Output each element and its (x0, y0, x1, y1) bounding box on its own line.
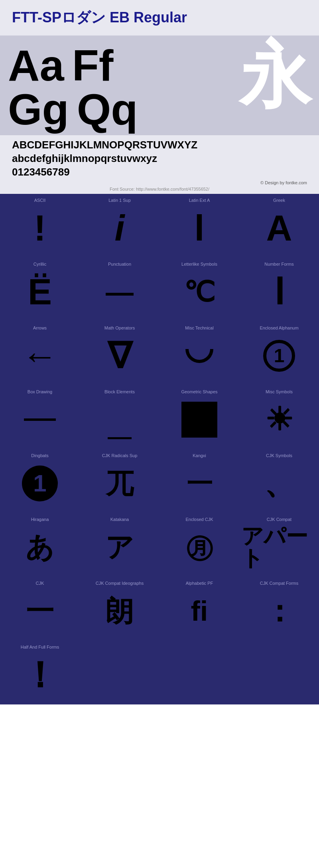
glyph-char-cyrillic: Ё (28, 268, 52, 316)
glyph-char-halffull: ！ (22, 651, 58, 698)
glyph-char-latinexta: l (194, 205, 204, 252)
glyph-char-cjkcompat: アパート (241, 524, 317, 571)
glyph-cell-miscsym: Misc Symbols ☀ (239, 385, 319, 449)
glyph-cell-numberforms: Number Forms Ⅰ (239, 258, 319, 322)
glyph-cell-cjk: CJK 一 (0, 577, 80, 641)
glyph-cell-cjkcompatideo: CJK Compat Ideographs 朗 (80, 577, 160, 641)
kanji-preview: 永 (239, 39, 311, 111)
glyph-label-katakana: Katakana (82, 517, 158, 522)
glyph-cell-enclosed: Enclosed Alphanum 1 (239, 322, 319, 385)
glyph-cell-misctech: Misc Technical (160, 322, 239, 385)
glyph-label-halffull: Half And Full Forms (2, 645, 78, 649)
glyph-char-dingbats: 1 (22, 460, 58, 507)
glyph-cell-letterlike: Letterlike Symbols ℃ (160, 258, 239, 322)
glyph-char-kangxi: 一 (187, 460, 213, 507)
glyph-label-greek: Greek (241, 198, 317, 203)
preview-letter-gg: Gg (8, 87, 69, 131)
glyph-char-miscsym: ☀ (265, 396, 293, 443)
glyph-char-cjkcompatideo: 朗 (106, 588, 134, 635)
glyph-label-latinexta: Latin Ext A (161, 198, 237, 203)
glyph-char-ascii: ! (34, 205, 46, 252)
glyph-cell-geoshapes: Geometric Shapes (160, 385, 239, 449)
credit: © Design by fontke.com (0, 180, 319, 186)
glyph-cell-enclosedcjk: Enclosed CJK ㊊ (160, 513, 239, 577)
glyph-label-ascii: ASCII (2, 198, 78, 203)
dingbat-circle: 1 (22, 466, 58, 501)
box-line-icon (24, 418, 56, 421)
preview-letter-qq: Qq (77, 87, 138, 131)
glyph-label-miscsym: Misc Symbols (241, 389, 317, 394)
digits: 0123456789 (12, 166, 307, 179)
glyph-cell-punctuation: Punctuation — (80, 258, 160, 322)
glyph-cell-boxdrawing: Box Drawing (0, 385, 80, 449)
glyph-char-cjk: 一 (26, 588, 54, 635)
font-title: FTT-SPロダン EB Regular (12, 8, 307, 28)
glyph-label-misctech: Misc Technical (161, 326, 237, 330)
glyph-cell-empty4 (239, 641, 319, 704)
glyph-label-punctuation: Punctuation (82, 262, 158, 266)
enclosed-circle: 1 (263, 340, 295, 372)
glyph-char-cjkcompatforms: ： (264, 588, 294, 635)
glyph-cell-cjkcompatforms: CJK Compat Forms ： (239, 577, 319, 641)
glyph-label-dingbats: Dingbats (2, 453, 78, 458)
glyph-cell-arrows: Arrows ← (0, 322, 80, 385)
glyph-char-geoshapes (181, 396, 217, 443)
glyph-label-cjkcompat: CJK Compat (241, 517, 317, 522)
alphabet-lower: abcdefghijklmnopqrstuvwxyz (12, 152, 307, 166)
glyph-char-mathop: ∇ (108, 332, 132, 379)
glyph-label-arrows: Arrows (2, 326, 78, 330)
arc-icon (185, 349, 213, 363)
glyph-char-hiragana: あ (26, 524, 54, 571)
glyph-cell-dingbats: Dingbats 1 (0, 449, 80, 513)
glyph-cell-blockelements: Block Elements (80, 385, 160, 449)
glyph-char-blockelements (108, 396, 132, 443)
glyph-cell-hiragana: Hiragana あ (0, 513, 80, 577)
glyph-cell-cjkradicals: CJK Radicals Sup 兀 (80, 449, 160, 513)
glyph-label-latin1sup: Latin 1 Sup (82, 198, 158, 203)
glyph-cell-alphabeticpf: Alphabetic PF ﬁ (160, 577, 239, 641)
preview-letter-ff: Ff (72, 43, 114, 87)
glyph-label-letterlike: Letterlike Symbols (161, 262, 237, 266)
glyph-char-arrows: ← (22, 332, 58, 379)
glyph-char-misctech (185, 332, 213, 379)
glyph-label-hiragana: Hiragana (2, 517, 78, 522)
glyph-cell-cyrillic: Cyrillic Ё (0, 258, 80, 322)
glyph-char-alphabeticpf: ﬁ (191, 588, 208, 635)
glyph-char-cjkradicals: 兀 (106, 460, 134, 507)
glyph-label-alphabeticpf: Alphabetic PF (161, 581, 237, 586)
glyph-char-boxdrawing (24, 396, 56, 443)
glyph-label-enclosed: Enclosed Alphanum (241, 326, 317, 330)
glyph-label-numberforms: Number Forms (241, 262, 317, 266)
glyph-cell-kangxi: Kangxi 一 (160, 449, 239, 513)
glyph-char-letterlike: ℃ (184, 268, 215, 316)
glyph-label-cjkcompatideo: CJK Compat Ideographs (82, 581, 158, 586)
glyph-label-cjkradicals: CJK Radicals Sup (82, 453, 158, 458)
glyph-cell-halffulllabel: Half And Full Forms ！ (0, 641, 80, 704)
glyph-label-kangxi: Kangxi (161, 453, 237, 458)
glyph-char-numberforms: Ⅰ (274, 268, 285, 316)
glyph-char-latin1sup: i (114, 205, 124, 252)
alphabet-upper: ABCDEFGHIJKLMNOPQRSTUVWXYZ (12, 138, 307, 152)
preview-letter-aa: Aa (8, 43, 64, 87)
glyph-char-greek: Α (266, 205, 292, 252)
source: Font Source: http://www.fontke.com/font/… (0, 186, 319, 194)
glyph-cell-katakana: Katakana ア (80, 513, 160, 577)
glyph-char-punctuation: — (106, 268, 134, 316)
block-line-icon (108, 437, 132, 439)
glyph-cell-mathop: Math Operators ∇ (80, 322, 160, 385)
glyph-cell-greek: Greek Α (239, 194, 319, 258)
glyph-char-enclosedcjk: ㊊ (185, 524, 213, 571)
glyph-cell-empty2 (80, 641, 160, 704)
glyph-label-cjk: CJK (2, 581, 78, 586)
glyph-label-mathop: Math Operators (82, 326, 158, 330)
glyph-cell-empty3 (160, 641, 239, 704)
glyph-label-geoshapes: Geometric Shapes (161, 389, 237, 394)
glyph-cell-cjkcompat: CJK Compat アパート (239, 513, 319, 577)
glyph-char-enclosed: 1 (263, 332, 295, 379)
glyph-char-katakana: ア (105, 524, 134, 571)
glyph-label-cyrillic: Cyrillic (2, 262, 78, 266)
glyph-label-blockelements: Block Elements (82, 389, 158, 394)
glyph-cell-ascii: ASCII ! (0, 194, 80, 258)
glyph-grid: ASCII ! Latin 1 Sup i Latin Ext A l Gree… (0, 194, 319, 704)
glyph-char-cjksym: 、 (264, 460, 294, 507)
